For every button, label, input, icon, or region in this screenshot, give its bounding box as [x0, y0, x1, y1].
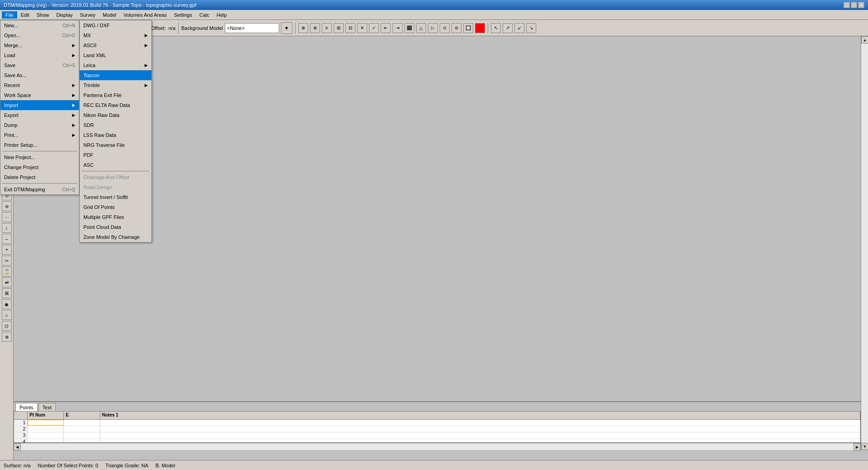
left-tool-28[interactable]: ⊕ — [2, 332, 12, 342]
menu-item-print[interactable]: Print... ▶ — [0, 130, 79, 140]
submenu-leica[interactable]: Leica ▶ — [80, 60, 151, 70]
menu-item-recent[interactable]: Recent ▶ — [0, 80, 79, 90]
menu-item-change-project[interactable]: Change Project — [0, 162, 79, 172]
menu-volumes-areas[interactable]: Volumes And Areas — [120, 11, 170, 19]
menu-edit[interactable]: Edit — [17, 11, 33, 19]
bg-model-dropdown-btn[interactable]: ▼ — [281, 22, 292, 34]
menu-settings[interactable]: Settings — [170, 11, 196, 19]
menu-item-load[interactable]: Load ▶ — [0, 50, 79, 60]
cell-ptnum-4[interactable] — [28, 439, 64, 443]
menu-display[interactable]: Display — [53, 11, 76, 19]
scroll-right-btn[interactable]: ▶ — [853, 443, 861, 451]
submenu-ascii[interactable]: ASCII ▶ — [80, 40, 151, 50]
tool-icon-18[interactable]: ↙ — [514, 23, 524, 33]
left-tool-27[interactable]: ⌬ — [2, 321, 12, 331]
left-tool-20[interactable]: ⌖ — [2, 245, 12, 255]
menu-item-import[interactable]: Import ▶ — [0, 100, 79, 110]
submenu-zone-model[interactable]: Zone Model By Chainage — [80, 232, 151, 242]
submenu-point-cloud[interactable]: Point Cloud Data — [80, 222, 151, 232]
cell-e-4[interactable] — [64, 439, 100, 443]
submenu-panterra-exit[interactable]: Panterra Exit File — [80, 90, 151, 100]
tool-icon-3[interactable]: ≡ — [322, 23, 332, 33]
menu-model[interactable]: Model — [99, 11, 120, 19]
scroll-track-h[interactable] — [21, 443, 853, 450]
tool-icon-9[interactable]: ⇥ — [393, 23, 402, 33]
scroll-left-btn[interactable]: ◀ — [14, 443, 21, 451]
tool-icon-15[interactable]: 🔲 — [463, 23, 473, 33]
left-tool-16[interactable]: ⊖ — [2, 201, 12, 211]
tool-icon-5[interactable]: ⊟ — [345, 23, 355, 33]
tool-icon-8[interactable]: ⇤ — [381, 23, 391, 33]
cell-notes-3[interactable] — [100, 432, 860, 438]
minimize-button[interactable]: — — [844, 2, 850, 8]
submenu-rec-elta[interactable]: REC ELTA Raw Data — [80, 100, 151, 110]
menu-calc[interactable]: Calc — [196, 11, 213, 19]
tab-text[interactable]: Text — [39, 403, 56, 411]
submenu-multiple-gpf[interactable]: Multiple GPF Files — [80, 212, 151, 222]
tool-icon-12[interactable]: ▷ — [428, 23, 438, 33]
cell-e-2[interactable] — [64, 426, 100, 432]
bg-model-input[interactable] — [225, 23, 279, 33]
menu-item-printer-setup[interactable]: Printer Setup... — [0, 140, 79, 150]
tool-icon-7[interactable]: ✓ — [369, 23, 379, 33]
left-tool-21[interactable]: ✂ — [2, 256, 12, 266]
menu-item-dump[interactable]: Dump ▶ — [0, 120, 79, 130]
tool-icon-17[interactable]: ↗ — [503, 23, 513, 33]
menu-item-export[interactable]: Export ▶ — [0, 110, 79, 120]
menu-item-workspace[interactable]: Work Space ▶ — [0, 90, 79, 100]
submenu-trimble[interactable]: Trimble ▶ — [80, 80, 151, 90]
menu-show[interactable]: Show — [33, 11, 53, 19]
close-button[interactable]: ✕ — [858, 2, 864, 8]
left-tool-19[interactable]: ↔ — [2, 234, 12, 244]
cell-e-1[interactable] — [64, 420, 100, 426]
cell-e-3[interactable] — [64, 432, 100, 438]
menu-survey[interactable]: Survey — [76, 11, 99, 19]
tool-icon-4[interactable]: ⊞ — [334, 23, 344, 33]
submenu-asc[interactable]: ASC — [80, 160, 151, 170]
submenu-dwg-dxf[interactable]: DWG / DXF — [80, 20, 151, 30]
scroll-up-btn[interactable]: ▲ — [861, 36, 868, 44]
tool-icon-10[interactable]: ⬛ — [404, 23, 414, 33]
menu-help[interactable]: Help — [213, 11, 231, 19]
tool-icon-6[interactable]: ✕ — [357, 23, 367, 33]
submenu-grid-of-points[interactable]: Grid Of Points — [80, 202, 151, 212]
submenu-mx[interactable]: MX ▶ — [80, 30, 151, 40]
cell-ptnum-2[interactable] — [28, 426, 64, 432]
submenu-lss-raw[interactable]: LSS Raw Data — [80, 130, 151, 140]
left-tool-22[interactable]: ⌛ — [2, 266, 12, 276]
tool-icon-color[interactable] — [475, 23, 485, 33]
submenu-pdf[interactable]: PDF — [80, 150, 151, 160]
left-tool-24[interactable]: ⌘ — [2, 288, 12, 298]
menu-item-new-project[interactable]: New Project... — [0, 152, 79, 162]
menu-item-save[interactable]: Save Ctrl+S — [0, 60, 79, 70]
left-tool-26[interactable]: ⌂ — [2, 310, 12, 320]
tab-points[interactable]: Points — [15, 403, 38, 411]
submenu-nikon-raw[interactable]: Nikon Raw Data — [80, 110, 151, 120]
cell-notes-4[interactable] — [100, 439, 860, 443]
tool-icon-16[interactable]: ↖ — [491, 23, 501, 33]
tool-icon-2[interactable]: ⊗ — [310, 23, 320, 33]
cell-ptnum-1[interactable] — [28, 420, 64, 426]
cell-notes-1[interactable] — [100, 420, 860, 426]
tool-icon-1[interactable]: ⊕ — [298, 23, 308, 33]
cell-ptnum-3[interactable] — [28, 432, 64, 438]
menu-item-save-as[interactable]: Save As... — [0, 70, 79, 80]
left-tool-23[interactable]: ⇄ — [2, 277, 12, 287]
submenu-land-xml[interactable]: Land XML — [80, 50, 151, 60]
menu-file[interactable]: File — [2, 11, 17, 19]
submenu-nrg-traverse[interactable]: NRG Traverse File — [80, 140, 151, 150]
maximize-button[interactable]: □ — [851, 2, 857, 8]
left-tool-17[interactable]: ⋯ — [2, 212, 12, 222]
tool-icon-11[interactable]: △ — [416, 23, 426, 33]
menu-item-merge[interactable]: Merge... ▶ — [0, 40, 79, 50]
menu-item-delete-project[interactable]: Delete Project — [0, 172, 79, 182]
left-tool-25[interactable]: ◉ — [2, 299, 12, 309]
menu-item-new[interactable]: New... Ctrl+N — [0, 20, 79, 30]
menu-item-open[interactable]: Open... Ctrl+O — [0, 30, 79, 40]
cell-notes-2[interactable] — [100, 426, 860, 432]
scroll-down-btn[interactable]: ▼ — [861, 443, 868, 450]
submenu-tunnel-invert[interactable]: Tunnel Invert / Soffit — [80, 192, 151, 202]
submenu-sdr[interactable]: SDR — [80, 120, 151, 130]
left-tool-18[interactable]: ↕ — [2, 223, 12, 233]
tool-icon-19[interactable]: ↘ — [526, 23, 536, 33]
